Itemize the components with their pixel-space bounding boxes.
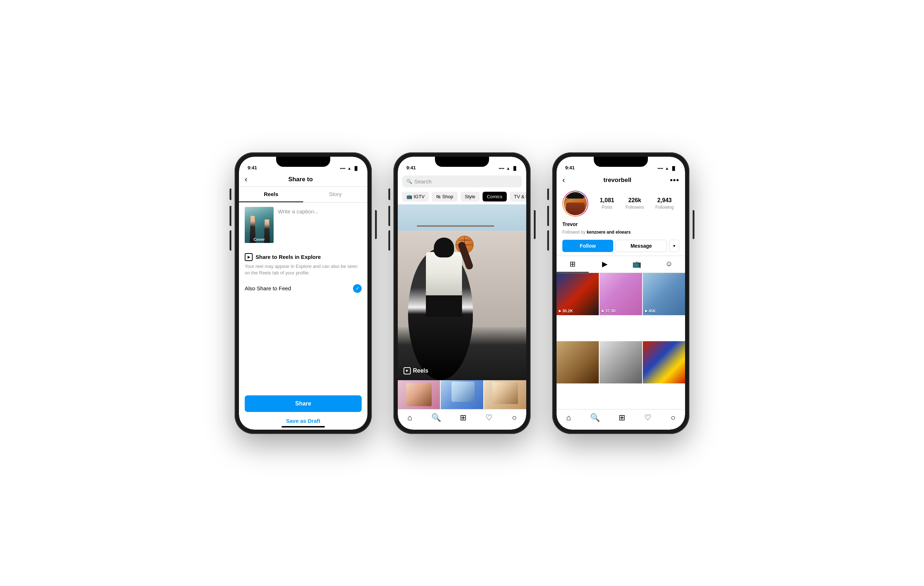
home-nav-2[interactable]: ⌂ [407,413,412,423]
share-explore-desc: Your reel may appear in Explore and can … [245,263,362,276]
profile-nav-3[interactable]: ○ [671,413,675,423]
search-nav-2[interactable]: 🔍 [431,413,441,423]
bottom-nav-3: ⌂ 🔍 ⊞ ♡ ○ [556,409,685,430]
stat-following: 2,943 Following [655,197,674,210]
save-draft-button[interactable]: Save as Draft [239,415,368,427]
phone3-power-button [693,210,695,239]
share-to-header: ‹ Share to [239,173,368,187]
phone-vol-up-button [229,206,231,226]
count-1: 30.2K [562,309,573,313]
wifi-icon-2: ▲ [507,166,510,170]
status-time-2: 9:41 [406,165,416,170]
tabs-row: Reels Story [239,187,368,203]
profile-nav-2[interactable]: ○ [512,413,516,423]
filter-tv[interactable]: TV & Movies [510,192,526,201]
wifi-icon-3: ▲ [665,166,669,170]
play-icon-2: ▶ [602,309,604,313]
cover-thumbnail[interactable]: Cover [245,207,274,243]
phone-2: 9:41 ▪▪▪▪ ▲ ▐▌ 🔍 Search [393,152,531,434]
filter-comics[interactable]: Comics [483,192,507,201]
battery-icon: ▐▌ [353,166,359,170]
search-nav-3[interactable]: 🔍 [590,413,600,423]
search-bar[interactable]: 🔍 Search [402,175,522,187]
heart-nav-2[interactable]: ♡ [485,413,493,423]
status-time-3: 9:41 [565,165,574,170]
tab-reels[interactable]: Reels [239,187,303,202]
profile-back-button[interactable]: ‹ [562,176,565,184]
heart-nav-3[interactable]: ♡ [644,413,652,423]
phone3-vol-up-button [547,206,549,226]
posts-count: 1,081 [600,197,614,204]
display-name: Trevor [562,221,578,227]
play-count-1: ▶ 30.2K [559,309,573,313]
action-buttons-row: Follow Message ▾ [556,238,685,256]
filter-igtv[interactable]: 📺 IGTV [402,192,429,201]
back-button[interactable]: ‹ [245,175,247,183]
thumb-3[interactable] [484,380,526,409]
home-nav-3[interactable]: ⌂ [566,413,571,423]
cell-4-bg [556,341,599,383]
tab-tv[interactable]: 📺 [621,256,653,272]
thumbnail-grid [398,380,526,409]
caption-input[interactable]: Write a caption... [278,207,362,215]
tab-grid[interactable]: ⊞ [556,256,589,272]
follow-button[interactable]: Follow [562,240,613,252]
count-3: 45K [648,309,656,313]
more-options-button[interactable]: ••• [670,175,679,185]
followers-label: Followers [625,205,644,210]
add-nav-2[interactable]: ⊞ [460,413,466,423]
stat-followers: 226k Followers [625,197,644,210]
cell-5-bg [599,341,642,383]
phone-vol-down-button [229,230,231,251]
play-count-2: ▶ 37.3K [602,309,616,313]
cover-caption-row: Cover Write a caption... [239,203,368,247]
dropdown-button[interactable]: ▾ [669,240,679,252]
player-pants [426,295,462,317]
followed-by-names[interactable]: kenzoere and eloears [587,229,630,235]
add-nav-3[interactable]: ⊞ [619,413,625,423]
phone-power-button [375,210,377,239]
following-label: Following [655,205,674,210]
signal-icon-2: ▪▪▪▪ [499,166,505,170]
phone-3: 9:41 ▪▪▪▪ ▲ ▐▌ ‹ trevorbell ••• [552,152,690,434]
grid-cell-5[interactable] [599,341,642,383]
search-icon: 🔍 [406,179,412,184]
thumb-2-content [452,381,475,402]
profile-header-bar: ‹ trevorbell ••• [556,173,685,188]
reels-main-image: ▶ Reels [398,205,526,380]
cell-6-bg [643,341,685,383]
igtv-icon: 📺 [406,194,412,199]
search-input[interactable]: Search [414,178,432,185]
shop-icon: 🛍 [436,194,441,199]
grid-cell-1[interactable]: ▶ 30.2K [556,273,599,315]
profile-tabs: ⊞ ▶ 📺 ☺ [556,256,685,273]
bottom-nav-2: ⌂ 🔍 ⊞ ♡ ○ [398,409,526,430]
share-button[interactable]: Share [245,395,362,412]
jacket [566,203,584,215]
player-container [404,239,483,380]
tab-reels-profile[interactable]: ▶ [589,256,621,272]
count-2: 37.3K [605,309,616,313]
tv-label: TV & Movies [514,194,526,199]
thumb-1[interactable] [398,380,440,409]
tab-story[interactable]: Story [303,187,368,202]
message-button[interactable]: Message [615,240,667,252]
phone2-power-button [534,210,536,239]
search-bar-row: 🔍 Search [398,173,526,190]
followers-count: 226k [625,197,644,204]
share-explore-section: ▶ Share to Reels in Explore Your reel ma… [239,247,368,279]
signal-icon-3: ▪▪▪▪ [658,166,663,170]
grid-cell-2[interactable]: ▶ 37.3K [599,273,642,315]
wifi-icon: ▲ [348,166,351,170]
grid-cell-4[interactable] [556,341,599,383]
grid-cell-6[interactable] [643,341,685,383]
filter-shop[interactable]: 🛍 Shop [432,192,457,201]
player-head [437,239,451,254]
also-share-toggle[interactable]: ✓ [353,284,362,293]
also-share-label: Also Share to Feed [245,285,291,291]
tab-tagged[interactable]: ☺ [653,256,685,272]
filter-style[interactable]: Style [460,192,480,201]
thumb-2[interactable] [441,380,483,409]
also-share-row[interactable]: Also Share to Feed ✓ [239,279,368,298]
grid-cell-3[interactable]: ▶ 45K [643,273,685,315]
